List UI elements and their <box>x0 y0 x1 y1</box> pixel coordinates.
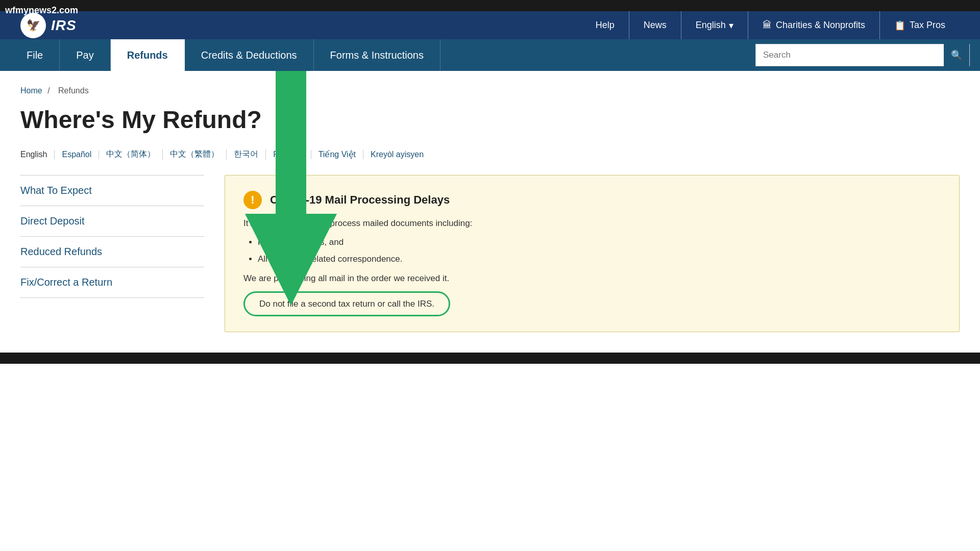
tax-pros-link[interactable]: 📋 Tax Pros <box>880 11 960 39</box>
alert-warning-icon: ! <box>243 191 262 209</box>
sidebar-direct-deposit[interactable]: Direct Deposit <box>20 206 204 237</box>
charities-label: Charities & Nonprofits <box>776 20 865 31</box>
alert-bullet-1: Paper tax returns, and <box>258 235 941 249</box>
alert-header: ! COVID-19 Mail Processing Delays <box>243 191 941 209</box>
alert-bullet-2: All tax return related correspondence. <box>258 252 941 266</box>
search-icon: 🔍 <box>951 49 962 61</box>
watermark: wfmynews2.com <box>5 5 78 16</box>
irs-logo-text: IRS <box>51 17 77 34</box>
nav-credits-deductions[interactable]: Credits & Deductions <box>185 39 314 71</box>
breadcrumb-home[interactable]: Home <box>20 86 42 95</box>
lang-russian[interactable]: Русский <box>266 150 311 159</box>
alert-highlight: Do not file a second tax return or call … <box>243 291 450 316</box>
tv-frame-bottom <box>0 353 980 364</box>
top-nav: Help News English ▾ 🏛 Charities & Nonpro… <box>581 11 960 39</box>
tv-frame-top <box>0 0 980 11</box>
main-layout: What To Expect Direct Deposit Reduced Re… <box>20 175 960 332</box>
page-title: Where's My Refund? <box>20 106 960 134</box>
language-links: English Español 中文（简体） 中文（繁體） 한국어 Русски… <box>20 149 960 160</box>
alert-body: It's taking us longer to process mailed … <box>243 216 941 316</box>
alert-body-text: We are processing all mail in the order … <box>243 271 941 285</box>
lang-vietnamese[interactable]: Tiếng Việt <box>311 149 363 159</box>
alert-intro: It's taking us longer to process mailed … <box>243 216 941 230</box>
top-bar: 🦅 IRS Help News English ▾ 🏛 Charities & … <box>0 11 980 39</box>
lang-chinese-simplified[interactable]: 中文（简体） <box>99 149 163 160</box>
charities-icon: 🏛 <box>763 20 772 31</box>
english-label: English <box>696 20 726 31</box>
sidebar-what-to-expect[interactable]: What To Expect <box>20 175 204 206</box>
breadcrumb-current: Refunds <box>58 86 89 95</box>
nav-pay[interactable]: Pay <box>60 39 110 71</box>
breadcrumb-separator: / <box>47 86 50 95</box>
search-box: 🔍 <box>755 44 970 66</box>
breadcrumb: Home / Refunds <box>20 86 960 95</box>
search-input[interactable] <box>756 44 944 66</box>
main-nav: File Pay Refunds Credits & Deductions Fo… <box>0 39 980 71</box>
lang-chinese-traditional[interactable]: 中文（繁體） <box>163 149 227 160</box>
chevron-down-icon: ▾ <box>729 20 733 31</box>
page-content: Home / Refunds Where's My Refund? Englis… <box>0 71 980 353</box>
lang-espanol[interactable]: Español <box>55 150 99 159</box>
sidebar-reduced-refunds[interactable]: Reduced Refunds <box>20 237 204 267</box>
lang-korean[interactable]: 한국어 <box>227 149 266 160</box>
taxpros-label: Tax Pros <box>910 20 945 31</box>
irs-logo[interactable]: 🦅 IRS <box>20 13 77 38</box>
alert-title: COVID-19 Mail Processing Delays <box>270 193 450 207</box>
lang-english[interactable]: English <box>20 150 55 159</box>
charities-link[interactable]: 🏛 Charities & Nonprofits <box>748 11 880 39</box>
news-link[interactable]: News <box>629 11 681 39</box>
search-area: 🔍 <box>755 39 980 71</box>
eagle-icon: 🦅 <box>20 13 46 38</box>
help-link[interactable]: Help <box>581 11 629 39</box>
english-dropdown-link[interactable]: English ▾ <box>681 11 748 39</box>
alert-bullets: Paper tax returns, and All tax return re… <box>258 235 941 266</box>
taxpros-icon: 📋 <box>894 20 905 31</box>
alert-box: ! COVID-19 Mail Processing Delays It's t… <box>225 175 960 332</box>
nav-refunds[interactable]: Refunds <box>111 39 185 71</box>
nav-file[interactable]: File <box>10 39 60 71</box>
search-button[interactable]: 🔍 <box>944 44 969 66</box>
sidebar-fix-correct-return[interactable]: Fix/Correct a Return <box>20 267 204 298</box>
sidebar: What To Expect Direct Deposit Reduced Re… <box>20 175 204 332</box>
main-content-area: ! COVID-19 Mail Processing Delays It's t… <box>225 175 960 332</box>
lang-haitian-creole[interactable]: Kreyòl ayisyen <box>363 150 431 159</box>
nav-forms-instructions[interactable]: Forms & Instructions <box>314 39 440 71</box>
